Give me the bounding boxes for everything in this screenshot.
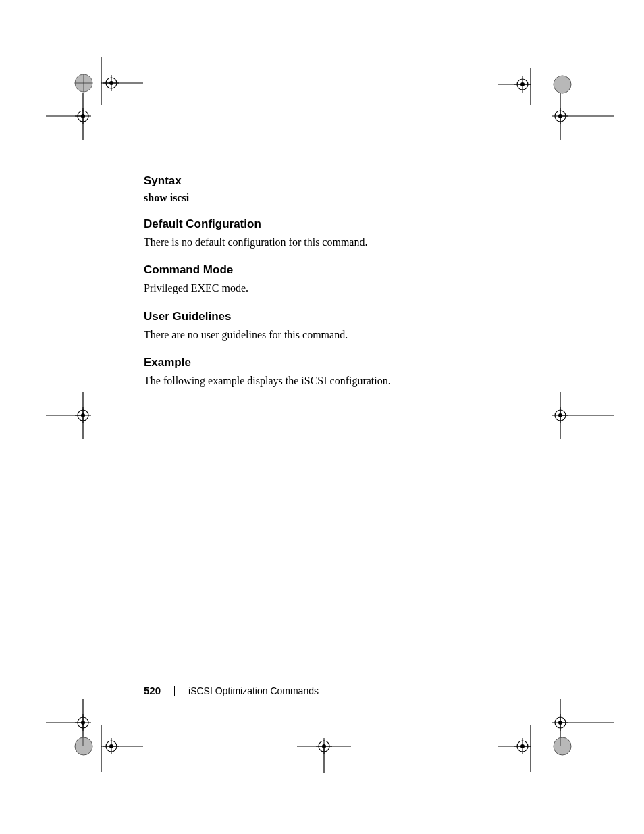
- crop-mark-icon: [498, 725, 579, 772]
- user-guidelines-heading: User Guidelines: [144, 310, 522, 323]
- command-mode-body: Privileged EXEC mode.: [144, 281, 522, 296]
- crop-mark-icon: [297, 725, 351, 773]
- crop-mark-icon: [46, 93, 120, 140]
- example-heading: Example: [144, 356, 522, 369]
- footer-section-title: iSCSI Optimization Commands: [188, 685, 319, 696]
- command-mode-heading: Command Mode: [144, 263, 522, 277]
- syntax-heading: Syntax: [144, 174, 522, 188]
- crop-mark-icon: [540, 392, 614, 439]
- page-number: 520: [144, 685, 161, 696]
- crop-mark-icon: [46, 392, 120, 439]
- page-content: Syntax show iscsi Default Configuration …: [144, 174, 522, 402]
- crop-mark-icon: [69, 725, 143, 772]
- user-guidelines-body: There are no user guidelines for this co…: [144, 328, 522, 342]
- syntax-body: show iscsi: [144, 192, 522, 204]
- default-config-heading: Default Configuration: [144, 217, 522, 231]
- page-footer: 520 iSCSI Optimization Commands: [144, 685, 319, 696]
- crop-mark-icon: [540, 93, 614, 140]
- example-body: The following example displays the iSCSI…: [144, 373, 522, 388]
- default-config-body: There is no default configuration for th…: [144, 235, 522, 250]
- footer-divider: [174, 686, 175, 696]
